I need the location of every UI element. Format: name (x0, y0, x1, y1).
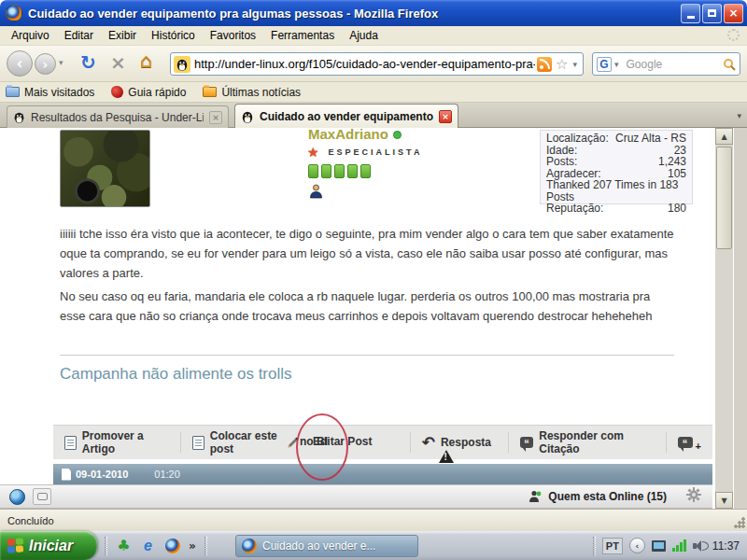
search-magnifier-icon[interactable] (723, 58, 736, 71)
multiquote-bubble-icon: “ (678, 437, 693, 448)
menu-favoritos[interactable]: Favoritos (203, 27, 263, 44)
minimize-button[interactable] (681, 4, 700, 23)
warning-triangle-icon (439, 450, 454, 463)
firefox-window: Cuidado ao vender equipamento pra alguma… (0, 0, 747, 560)
stat-thanked: Thanked 207 Times in 183 Posts (546, 179, 686, 203)
online-person-icon (529, 490, 542, 503)
bookmark-mais-visitados[interactable]: Mais visitados (6, 86, 94, 99)
post-page-icon (62, 469, 71, 481)
promote-article-button[interactable]: Promover a Artigo (53, 426, 180, 459)
scrollbar-thumb[interactable] (716, 147, 732, 249)
home-button[interactable]: ⌂ (140, 49, 152, 72)
status-bar: Concluído (0, 509, 747, 531)
history-dropdown-icon[interactable]: ▾ (59, 58, 63, 67)
reload-button[interactable]: ↻ (80, 51, 96, 74)
menu-ferramentas[interactable]: Ferramentas (263, 27, 342, 44)
close-button[interactable]: × (724, 4, 743, 23)
blog-doc-icon (192, 436, 204, 450)
globe-icon[interactable] (9, 489, 25, 505)
multi-quote-button[interactable]: “ + (667, 426, 712, 459)
rss-feed-icon[interactable] (537, 57, 552, 72)
back-button[interactable]: ‹ (7, 50, 33, 77)
navigation-toolbar: ‹ › ▾ ↻ × ⌂ http://under-linux.org/f105/… (0, 46, 747, 82)
stat-posts: Posts:1,243 (546, 156, 686, 168)
guia-rapido-icon (111, 86, 123, 98)
firefox-quicklaunch-icon[interactable] (164, 538, 180, 553)
quote-label: Responder com Citação (539, 429, 654, 455)
taskbar-item-firefox[interactable]: Cuidado ao vender e... (235, 535, 418, 557)
bookmark-ultimas-noticias[interactable]: Últimas notícias (203, 86, 301, 99)
taskbar: Iniciar ♣ e » Cuidado ao vender e... PT … (0, 531, 747, 560)
post-username[interactable]: MaxAdriano (308, 128, 402, 142)
vertical-scrollbar[interactable]: ▲ ▼ (715, 128, 733, 509)
language-indicator[interactable]: PT (602, 538, 623, 554)
tray-collapse-icon[interactable]: ‹ (629, 538, 645, 553)
volume-icon[interactable] (693, 540, 706, 552)
tab-list-dropdown-icon[interactable]: ▾ (737, 111, 741, 120)
search-engine-dropdown-icon[interactable]: ▾ (614, 60, 619, 69)
post-to-blog-button[interactable]: Colocar este post no Bl Editar Post (181, 426, 410, 459)
stat-reputacao: Reputação:180 (546, 203, 686, 215)
task-label: Cuidado ao vender e... (262, 539, 375, 553)
start-button[interactable]: Iniciar (0, 531, 97, 560)
user-title: ESPECIALISTA (325, 146, 427, 159)
bookmark-star-icon[interactable]: ☆ (556, 56, 568, 73)
toolbar-grip[interactable] (105, 537, 107, 555)
internet-explorer-icon[interactable]: e (140, 538, 156, 553)
urlbar-dropdown-icon[interactable]: ▾ (572, 60, 577, 69)
taskbar-clock[interactable]: 11:37 (712, 539, 740, 553)
url-bar[interactable]: http://under-linux.org/f105/cuidado-ao-v… (170, 52, 584, 76)
settings-gear-icon[interactable] (686, 487, 701, 506)
system-tray: PT ‹ 11:37 (593, 531, 747, 560)
edit-post-button[interactable]: Editar Post (313, 435, 372, 448)
post-paragraph-1: iiiiii tche isso éra visto que ia aconte… (60, 224, 674, 283)
forward-button[interactable]: › (35, 53, 56, 75)
tab-label: Resultados da Pesquisa - Under-Linux.... (31, 111, 204, 124)
tab-close-icon[interactable]: × (209, 111, 222, 124)
reputation-bar-icon (321, 164, 331, 178)
wireless-signal-icon[interactable] (672, 539, 686, 552)
search-box[interactable]: G ▾ Google (592, 52, 740, 76)
promote-label: Promover a Artigo (82, 429, 169, 455)
online-bar: Quem esta Online (15) (0, 484, 712, 509)
search-input[interactable]: Google (627, 58, 723, 71)
signature-divider (60, 355, 674, 356)
restore-button[interactable] (702, 4, 722, 23)
menu-exibir[interactable]: Exibir (101, 27, 144, 44)
folder-icon (6, 87, 20, 97)
menu-editar[interactable]: Editar (57, 27, 101, 44)
chat-bubble-icon (37, 493, 48, 500)
tab-cuidado-ao-vender[interactable]: Cuidado ao vender equipamento ... × (234, 104, 458, 128)
quicklaunch-overflow-icon[interactable]: » (189, 539, 196, 553)
post-signature: Campanha não alimente os trolls (60, 365, 292, 384)
tab-resultados-pesquisa[interactable]: Resultados da Pesquisa - Under-Linux....… (7, 105, 229, 128)
profile-person-icon[interactable] (309, 184, 323, 203)
stop-button[interactable]: × (110, 51, 126, 74)
post-date: 09-01-2010 (76, 469, 128, 480)
url-input[interactable]: http://under-linux.org/f105/cuidado-ao-v… (194, 57, 535, 71)
tab-close-icon[interactable]: × (439, 110, 452, 123)
firefox-app-icon (6, 5, 22, 21)
clover-app-icon[interactable]: ♣ (116, 538, 132, 553)
reply-button[interactable]: ↶ Resposta (411, 426, 508, 459)
page-content: MaxAdriano ★ ESPECIALISTA Localização:Cr… (0, 128, 734, 509)
menu-arquivo[interactable]: Arquivo (4, 27, 57, 44)
network-monitor-icon[interactable] (652, 540, 666, 552)
post-paragraph-2: No seu caso oq eu faria, mandaria ele co… (60, 287, 674, 326)
user-avatar[interactable] (60, 130, 150, 207)
status-text: Concluído (7, 515, 54, 526)
window-titlebar: Cuidado ao vender equipamento pra alguma… (0, 0, 747, 26)
menu-historico[interactable]: Histórico (144, 27, 203, 44)
chat-bubble-button[interactable] (33, 488, 51, 505)
reply-with-quote-button[interactable]: “ Responder com Citação (509, 426, 666, 459)
menu-ajuda[interactable]: Ajuda (342, 27, 386, 44)
bookmark-guia-rapido[interactable]: Guia rápido (111, 86, 186, 99)
resize-grip[interactable] (734, 517, 745, 528)
tux-tab-icon (241, 110, 254, 123)
scroll-down-icon[interactable]: ▼ (715, 492, 733, 509)
toolbar-grip[interactable] (204, 537, 207, 555)
overlapping-links[interactable]: no Bl Editar Post (300, 434, 399, 451)
online-count-label[interactable]: Quem esta Online (15) (548, 490, 667, 503)
post-time: 01:20 (154, 469, 180, 480)
scroll-up-icon[interactable]: ▲ (715, 128, 733, 145)
